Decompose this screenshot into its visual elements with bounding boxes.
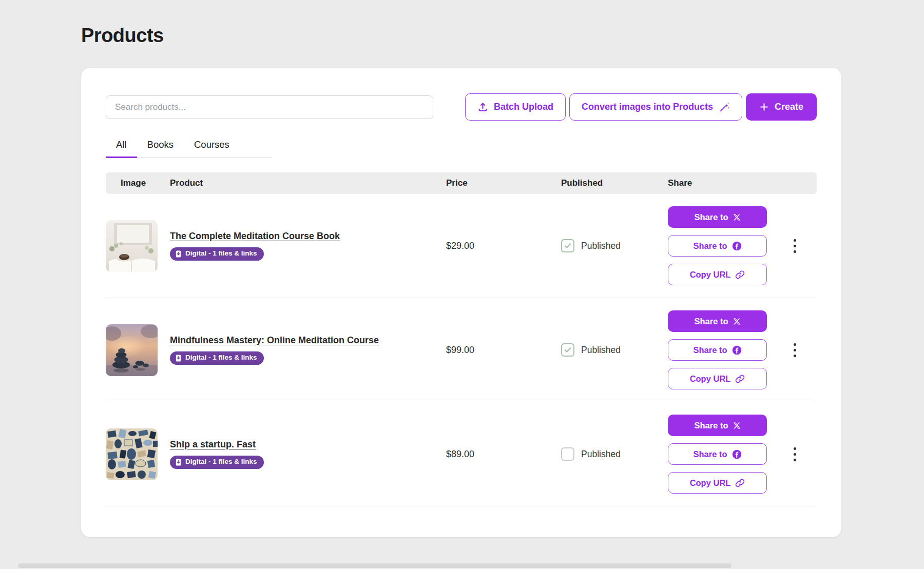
horizontal-scrollbar[interactable] — [18, 563, 732, 568]
file-icon — [175, 250, 182, 258]
share-to-facebook-label: Share to — [693, 449, 727, 459]
toolbar: Batch Upload Convert images into Product… — [106, 93, 817, 121]
copy-url-label: Copy URL — [690, 478, 731, 488]
product-title-link[interactable]: Ship a startup. Fast — [170, 439, 256, 450]
category-tabs: All Books Courses — [106, 134, 272, 158]
share-to-x-button[interactable]: Share to — [668, 415, 767, 436]
x-logo-icon — [733, 318, 741, 325]
share-to-facebook-button[interactable]: Share to — [668, 339, 767, 361]
batch-upload-label: Batch Upload — [494, 102, 553, 112]
table-row: The Complete Meditation Course Book Digi… — [106, 194, 817, 298]
column-header-image: Image — [106, 178, 170, 188]
published-label: Published — [581, 241, 621, 251]
copy-url-label: Copy URL — [690, 270, 731, 280]
product-image — [106, 220, 158, 272]
facebook-icon — [732, 345, 742, 355]
batch-upload-button[interactable]: Batch Upload — [465, 93, 566, 121]
copy-url-button[interactable]: Copy URL — [668, 264, 767, 285]
table-row: Ship a startup. Fast Digital - 1 files &… — [106, 402, 817, 506]
column-header-published: Published — [561, 178, 668, 188]
share-to-facebook-label: Share to — [693, 241, 727, 251]
tab-all[interactable]: All — [106, 134, 137, 158]
published-label: Published — [581, 449, 621, 460]
product-image — [106, 324, 158, 376]
x-logo-icon — [733, 422, 741, 429]
product-type-badge: Digital - 1 files & links — [170, 351, 264, 365]
copy-url-button[interactable]: Copy URL — [668, 472, 767, 494]
create-label: Create — [775, 102, 803, 112]
product-image — [106, 428, 158, 480]
checkmark-icon — [564, 346, 572, 354]
facebook-icon — [732, 241, 742, 251]
create-button[interactable]: Create — [746, 93, 817, 121]
share-to-x-label: Share to — [694, 421, 728, 430]
products-table: Image Product Price Published Share — [106, 172, 817, 506]
upload-icon — [477, 102, 488, 112]
search-input[interactable] — [106, 95, 433, 119]
published-checkbox[interactable] — [561, 239, 574, 252]
share-to-x-button[interactable]: Share to — [668, 206, 767, 228]
product-type-badge: Digital - 1 files & links — [170, 456, 264, 469]
product-price: $99.00 — [446, 345, 561, 356]
copy-url-label: Copy URL — [690, 374, 731, 384]
tab-books[interactable]: Books — [137, 134, 184, 158]
share-to-x-label: Share to — [694, 212, 728, 222]
x-logo-icon — [733, 213, 741, 221]
checkmark-icon — [564, 242, 572, 250]
badge-label: Digital - 1 files & links — [185, 354, 257, 362]
kebab-menu-icon[interactable] — [791, 444, 799, 464]
kebab-menu-icon[interactable] — [791, 236, 799, 256]
kebab-menu-icon[interactable] — [791, 340, 799, 360]
product-title-link[interactable]: The Complete Meditation Course Book — [170, 231, 340, 242]
toolbar-buttons: Batch Upload Convert images into Product… — [465, 93, 817, 121]
table-row: Mindfulness Mastery: Online Meditation C… — [106, 298, 817, 402]
link-icon — [735, 270, 745, 280]
link-icon — [735, 374, 745, 384]
copy-url-button[interactable]: Copy URL — [668, 368, 767, 389]
page-title: Products — [81, 25, 164, 47]
products-card: Batch Upload Convert images into Product… — [81, 68, 841, 537]
tab-courses[interactable]: Courses — [184, 134, 240, 158]
magic-wand-icon — [719, 102, 730, 113]
published-label: Published — [581, 345, 621, 356]
share-to-facebook-button[interactable]: Share to — [668, 443, 767, 465]
plus-icon — [759, 102, 769, 112]
convert-images-label: Convert images into Products — [582, 102, 713, 112]
column-header-product: Product — [170, 178, 446, 188]
column-header-share: Share — [668, 178, 817, 188]
share-to-facebook-label: Share to — [693, 345, 727, 355]
share-to-facebook-button[interactable]: Share to — [668, 235, 767, 257]
product-type-badge: Digital - 1 files & links — [170, 247, 264, 261]
badge-label: Digital - 1 files & links — [185, 250, 257, 258]
column-header-price: Price — [446, 178, 561, 188]
file-icon — [175, 459, 182, 466]
convert-images-button[interactable]: Convert images into Products — [569, 93, 742, 121]
product-price: $89.00 — [446, 449, 561, 460]
product-price: $29.00 — [446, 241, 561, 251]
published-checkbox[interactable] — [561, 447, 574, 461]
facebook-icon — [732, 449, 742, 459]
published-checkbox[interactable] — [561, 343, 574, 357]
product-title-link[interactable]: Mindfulness Mastery: Online Meditation C… — [170, 335, 379, 346]
table-header: Image Product Price Published Share — [106, 172, 817, 194]
badge-label: Digital - 1 files & links — [185, 458, 257, 466]
share-to-x-button[interactable]: Share to — [668, 310, 767, 332]
share-to-x-label: Share to — [694, 317, 728, 326]
link-icon — [735, 478, 745, 488]
file-icon — [175, 355, 182, 362]
